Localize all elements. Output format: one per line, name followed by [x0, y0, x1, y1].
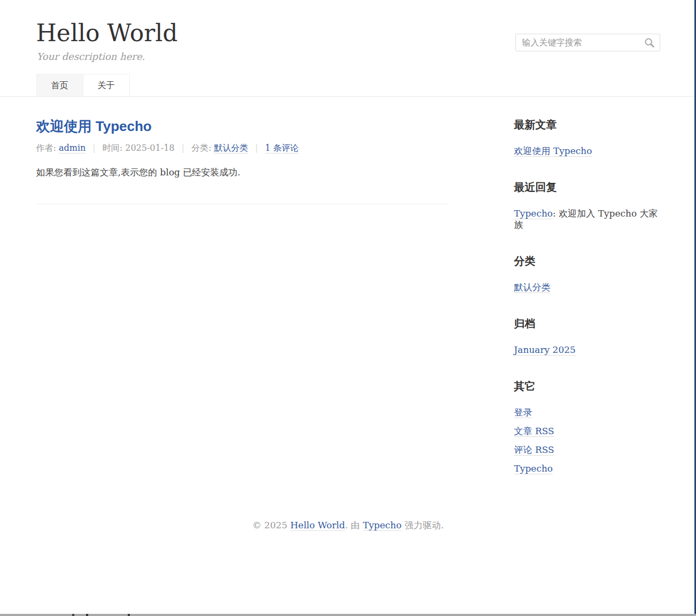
typecho-link[interactable]: Typecho [514, 463, 553, 474]
list-item: 评论 RSS [514, 444, 660, 456]
nav-item-home: 首页 [36, 74, 83, 96]
widget-title-categories: 分类 [514, 254, 660, 268]
post-title-link[interactable]: 欢迎使用 Typecho [36, 118, 152, 134]
search-input[interactable] [515, 34, 660, 51]
copyright-prefix: © 2025 [252, 520, 290, 530]
post-meta: 作者: admin|时间: 2025-01-18|分类: 默认分类|1 条评论 [36, 142, 448, 154]
widget-latest-posts: 最新文章 欢迎使用 Typecho [514, 118, 660, 157]
search-box [515, 34, 660, 51]
footer-site-link[interactable]: Hello World [290, 520, 345, 531]
site-title: Hello World [36, 20, 178, 46]
archive-link[interactable]: January 2025 [514, 344, 576, 356]
sidebar: 最新文章 欢迎使用 Typecho 最近回复 Typecho: 欢迎加入 Typ… [514, 97, 660, 498]
category-link[interactable]: 默认分类 [214, 143, 248, 153]
meta-separator: | [92, 143, 95, 153]
list-item: 登录 [514, 407, 660, 418]
copyright-suffix: 强力驱动. [401, 520, 444, 530]
post-body: 如果您看到这篇文章,表示您的 blog 已经安装成功. [36, 166, 448, 180]
category-label: 分类: [191, 143, 214, 153]
post-date: 2025-01-18 [125, 143, 174, 153]
widget-recent-replies: 最近回复 Typecho: 欢迎加入 Typecho 大家族 [514, 180, 660, 230]
widget-title-misc: 其它 [514, 379, 660, 393]
post: 欢迎使用 Typecho 作者: admin|时间: 2025-01-18|分类… [36, 118, 448, 204]
taskbar-edge [0, 614, 696, 616]
site-description: Your description here. [37, 51, 178, 62]
author-label: 作者: [36, 143, 59, 153]
login-link[interactable]: 登录 [514, 407, 532, 418]
copyright: © 2025 Hello World. 由 Typecho 强力驱动. [0, 519, 696, 532]
footer-engine-link[interactable]: Typecho [363, 520, 402, 531]
widget-categories: 分类 默认分类 [514, 254, 660, 293]
recent-reply: Typecho: 欢迎加入 Typecho 大家族 [514, 208, 660, 230]
widget-misc: 其它 登录 文章 RSS 评论 RSS Typecho [514, 379, 660, 474]
meta-separator: | [255, 143, 258, 153]
main-nav: 首页 关于 [36, 74, 660, 96]
list-item: 默认分类 [514, 282, 660, 293]
site-title-link[interactable]: Hello World [36, 19, 178, 47]
nav-link-home[interactable]: 首页 [37, 74, 83, 96]
list-item: 文章 RSS [514, 426, 660, 437]
widget-title-archives: 归档 [514, 317, 660, 330]
author-link[interactable]: admin [59, 143, 86, 153]
list-item: 欢迎使用 Typecho [514, 145, 660, 157]
widget-title-latest-posts: 最新文章 [514, 118, 660, 132]
reply-author-link[interactable]: Typecho [514, 208, 553, 219]
date-label: 时间: [103, 143, 125, 153]
post-title: 欢迎使用 Typecho [36, 118, 448, 135]
widget-title-recent-replies: 最近回复 [514, 180, 660, 194]
site-header: Hello World Your description here. [0, 0, 696, 97]
comments-link[interactable]: 1 条评论 [265, 143, 299, 153]
post-list: 欢迎使用 Typecho 作者: admin|时间: 2025-01-18|分类… [36, 97, 448, 204]
list-item: January 2025 [514, 344, 660, 356]
blog-page: Hello World Your description here. [0, 0, 696, 564]
category-sidebar-link[interactable]: 默认分类 [514, 282, 551, 293]
taskbar-speck [128, 614, 130, 616]
site-footer: © 2025 Hello World. 由 Typecho 强力驱动. [0, 498, 696, 564]
meta-separator: | [181, 143, 184, 153]
nav-link-about[interactable]: 关于 [83, 74, 129, 96]
comments-rss-link[interactable]: 评论 RSS [514, 444, 554, 456]
nav-item-about: 关于 [83, 74, 130, 96]
list-item: Typecho [514, 463, 660, 474]
search-button[interactable] [642, 36, 657, 49]
widget-archives: 归档 January 2025 [514, 317, 660, 356]
site-branding: Hello World Your description here. [36, 20, 178, 62]
search-icon [644, 37, 655, 48]
content-area: 欢迎使用 Typecho 作者: admin|时间: 2025-01-18|分类… [36, 97, 660, 498]
copyright-mid: . 由 [345, 520, 362, 530]
post-paragraph: 如果您看到这篇文章,表示您的 blog 已经安装成功. [36, 166, 448, 180]
taskbar-speck [72, 614, 74, 616]
posts-rss-link[interactable]: 文章 RSS [514, 426, 554, 437]
latest-post-link[interactable]: 欢迎使用 Typecho [514, 145, 592, 157]
taskbar-speck [86, 614, 88, 616]
